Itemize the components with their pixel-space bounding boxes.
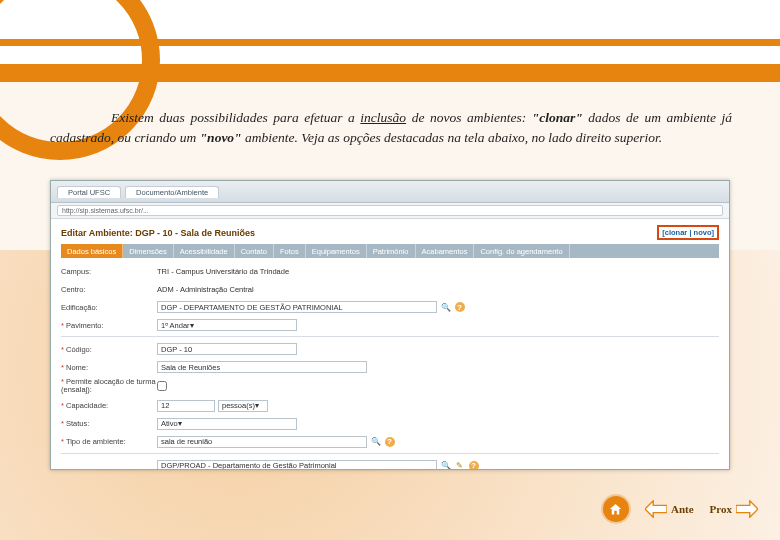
tab-config-agendamento[interactable]: Config. do agendamento bbox=[474, 244, 569, 258]
search-icon[interactable]: 🔍 bbox=[440, 460, 451, 470]
capacidade-unit[interactable]: pessoa(s) ▾ bbox=[218, 400, 268, 412]
help-icon[interactable] bbox=[384, 436, 395, 447]
help-icon[interactable] bbox=[468, 460, 479, 470]
next-button[interactable]: Prox bbox=[710, 500, 758, 518]
capacidade-label: Capacidade: bbox=[61, 401, 157, 410]
edificacao-input[interactable]: DGP - DEPARTAMENTO DE GESTÃO PATRIMONIAL bbox=[157, 301, 437, 313]
form-tabs: Dados básicos Dimensões Acessibilidade C… bbox=[61, 244, 719, 258]
intro-text-g: ambiente. Veja as opções destacadas na t… bbox=[242, 130, 663, 145]
tab-dados-basicos[interactable]: Dados básicos bbox=[61, 244, 123, 258]
intro-paragraph: Existem duas possibilidades para efetuar… bbox=[50, 108, 732, 147]
home-icon bbox=[608, 502, 623, 517]
centro-value: ADM - Administração Central bbox=[157, 285, 254, 294]
edificacao-label: Edificação: bbox=[61, 303, 157, 312]
nome-label: Nome: bbox=[61, 363, 157, 372]
url-field[interactable]: http://sip.sistemas.ufsc.br/... bbox=[57, 205, 723, 216]
arrow-left-icon bbox=[645, 500, 667, 518]
capacidade-input[interactable]: 12 bbox=[157, 400, 215, 412]
help-icon[interactable] bbox=[454, 302, 465, 313]
tab-acabamentos[interactable]: Acabamentos bbox=[416, 244, 475, 258]
tab-contato[interactable]: Contato bbox=[235, 244, 274, 258]
pavimento-label: Pavimento: bbox=[61, 321, 157, 330]
novo-link[interactable]: novo bbox=[694, 228, 712, 237]
clone-new-actions: [clonar | novo] bbox=[657, 225, 719, 240]
app-screenshot: Portal UFSC Documento/Ambiente http://si… bbox=[50, 180, 730, 470]
intro-bold-novo: "novo" bbox=[200, 130, 242, 145]
intro-text-a: Existem duas possibilidades para efetuar… bbox=[111, 110, 360, 125]
intro-bold-clonar: "clonar" bbox=[532, 110, 583, 125]
search-icon[interactable]: 🔍 bbox=[440, 302, 451, 313]
tipo-input[interactable]: sala de reunião bbox=[157, 436, 367, 448]
campus-value: TRI - Campus Universitário da Trindade bbox=[157, 267, 289, 276]
browser-tabs-bar: Portal UFSC Documento/Ambiente bbox=[51, 181, 729, 203]
codigo-input[interactable]: DGP - 10 bbox=[157, 343, 297, 355]
status-label: Status: bbox=[61, 419, 157, 428]
tab-fotos[interactable]: Fotos bbox=[274, 244, 306, 258]
campus-label: Campus: bbox=[61, 267, 157, 276]
tab-patrimonio[interactable]: Patrimônio bbox=[367, 244, 416, 258]
pavimento-select[interactable]: 1º Andar ▾ bbox=[157, 319, 297, 331]
prev-button[interactable]: Ante bbox=[645, 500, 694, 518]
depto-input[interactable]: DGP/PROAD - Departamento de Gestão Patri… bbox=[157, 460, 437, 471]
nome-input[interactable]: Sala de Reuniões bbox=[157, 361, 367, 373]
address-bar: http://sip.sistemas.ufsc.br/... bbox=[51, 203, 729, 219]
tipo-label: Tipo de ambiente: bbox=[61, 437, 157, 446]
tab-equipamentos[interactable]: Equipamentos bbox=[306, 244, 367, 258]
codigo-label: Código: bbox=[61, 345, 157, 354]
clonar-link[interactable]: clonar bbox=[665, 228, 688, 237]
home-button[interactable] bbox=[603, 496, 629, 522]
alocacao-checkbox[interactable] bbox=[157, 381, 167, 391]
centro-label: Centro: bbox=[61, 285, 157, 294]
browser-tab[interactable]: Portal UFSC bbox=[57, 186, 121, 198]
browser-tab[interactable]: Documento/Ambiente bbox=[125, 186, 219, 198]
arrow-right-icon bbox=[736, 500, 758, 518]
url-text: http://sip.sistemas.ufsc.br/... bbox=[62, 207, 149, 214]
tab-acessibilidade[interactable]: Acessibilidade bbox=[174, 244, 235, 258]
prev-label: Ante bbox=[671, 503, 694, 515]
divider bbox=[61, 336, 719, 337]
edit-icon[interactable]: ✎ bbox=[454, 460, 465, 470]
tab-dimensoes[interactable]: Dimensões bbox=[123, 244, 174, 258]
search-icon[interactable]: 🔍 bbox=[370, 436, 381, 447]
alocacao-label: Permite alocação de turma (ensalaj): bbox=[61, 378, 157, 395]
footer-nav: Ante Prox bbox=[603, 496, 758, 522]
status-select[interactable]: Ativo ▾ bbox=[157, 418, 297, 430]
intro-text-c: de novos ambientes: bbox=[406, 110, 532, 125]
page-title: Editar Ambiente: DGP - 10 - Sala de Reun… bbox=[61, 228, 255, 238]
page-header: Editar Ambiente: DGP - 10 - Sala de Reun… bbox=[51, 219, 729, 242]
form-body: Campus: TRI - Campus Universitário da Tr… bbox=[51, 258, 729, 470]
divider bbox=[61, 453, 719, 454]
intro-underline: inclusão bbox=[360, 110, 406, 125]
next-label: Prox bbox=[710, 503, 732, 515]
